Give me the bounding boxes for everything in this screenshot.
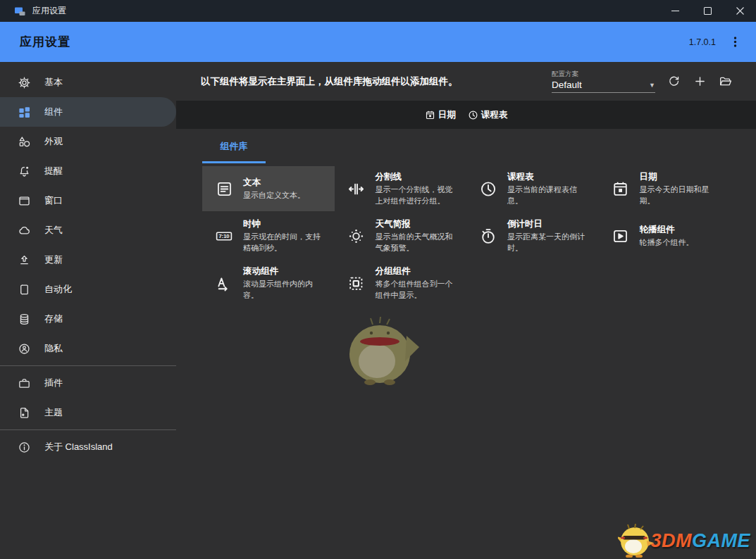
sidebar-divider [0,365,176,366]
cloud-icon [18,224,31,237]
privacy-icon [18,342,31,356]
components-description: 以下组件将显示在主界面上，从组件库拖动组件以添加组件。 [201,75,458,88]
sidebar-item-storage[interactable]: 存储 [0,304,176,334]
component-cards-grid: 文本显示自定义文本。 分割线显示一个分割线，视觉上对组件进行分组。 课程表显示当… [202,166,731,306]
card-title: 文本 [243,177,328,189]
gear-icon [18,76,31,89]
sidebar-item-appearance[interactable]: 外观 [0,127,176,156]
card-title: 倒计时日 [507,218,592,230]
watermark-text-3dm: 3DM [650,530,692,552]
card-title: 分割线 [376,171,460,183]
profile-select-label: 配置方案 [552,70,655,79]
divider-icon [347,180,366,198]
marquee-icon [215,275,233,292]
chip-label: 日期 [438,109,456,121]
group-icon [347,275,366,292]
components-toolbar: 以下组件将显示在主界面上，从组件库拖动组件以添加组件。 配置方案 Default… [176,62,756,101]
calendar-icon [425,110,435,120]
card-title: 天气简报 [376,218,460,230]
current-component-date[interactable]: 日期 [425,109,456,121]
mascot-watermark [340,316,421,385]
sidebar-item-components[interactable]: 组件 [0,97,176,127]
info-icon [18,441,31,454]
sidebar-item-label: 隐私 [44,342,63,355]
sidebar-item-label: 天气 [44,224,63,237]
page-header: 应用设置 1.7.0.1 [0,22,756,62]
sidebar-item-label: 插件 [44,377,63,389]
sidebar-item-themes[interactable]: 主题 [0,398,176,427]
card-description: 显示自定义文本。 [243,190,328,201]
add-button[interactable] [690,73,709,91]
overflow-menu-icon[interactable] [730,36,740,48]
sidebar-item-label: 提醒 [44,165,63,177]
open-folder-button[interactable] [717,73,735,91]
card-description: 将多个组件组合到一个组件中显示。 [376,279,460,301]
sidebar-item-label: 外观 [44,135,63,148]
component-card-countdown[interactable]: 倒计时日显示距离某一天的倒计时。 [466,213,599,258]
component-card-weather[interactable]: 天气简报显示当前的天气概况和气象预警。 [335,213,467,258]
window-title: 应用设置 [32,5,66,17]
sidebar-item-about[interactable]: 关于 ClassIsland [0,432,176,462]
close-button[interactable] [724,0,756,22]
sidebar-item-update[interactable]: 更新 [0,245,176,275]
carousel-icon [612,227,630,245]
card-description: 显示当前的天气概况和气象预警。 [376,232,460,253]
tab-component-library[interactable]: 组件库 [202,140,266,163]
refresh-button[interactable] [664,73,683,91]
appearance-icon [18,135,31,149]
card-title: 时钟 [243,218,328,230]
profile-select[interactable]: 配置方案 Default ▼ [552,70,655,93]
sidebar-divider [0,429,176,430]
component-card-divider[interactable]: 分割线显示一个分割线，视觉上对组件进行分组。 [335,166,467,211]
watermark-text-game: GAME [692,530,750,552]
text-icon [215,180,233,198]
card-description: 显示距离某一天的倒计时。 [507,232,592,253]
sidebar-item-window[interactable]: 窗口 [0,186,176,215]
profile-select-value: Default [552,80,649,90]
component-card-group[interactable]: 分组组件将多个组件组合到一个组件中显示。 [335,260,467,306]
sidebar: 基本 组件 外观 提醒 窗口 天气 [0,62,176,559]
chevron-down-icon: ▼ [649,82,655,89]
sidebar-item-weather[interactable]: 天气 [0,215,176,245]
weather-icon [347,227,366,245]
component-card-text[interactable]: 文本显示自定义文本。 [202,166,335,211]
card-title: 轮播组件 [640,224,724,236]
component-card-carousel[interactable]: 轮播组件轮播多个组件。 [599,213,731,258]
component-card-marquee[interactable]: 滚动组件滚动显示组件内的内容。 [202,260,335,306]
sidebar-item-label: 存储 [44,313,63,325]
components-icon [18,106,31,119]
sidebar-item-basic[interactable]: 基本 [0,68,176,97]
sidebar-item-automation[interactable]: 自动化 [0,275,176,304]
sidebar-item-label: 基本 [44,76,63,89]
svg-text:7:10: 7:10 [218,233,229,239]
page-title: 应用设置 [20,34,70,50]
app-window: 应用设置 应用设置 1.7.0.1 基本 [0,0,756,559]
card-description: 显示今天的日期和星期。 [640,184,724,206]
sidebar-item-label: 自动化 [44,283,72,296]
sidebar-item-plugins[interactable]: 插件 [0,368,176,398]
maximize-button[interactable] [691,0,724,22]
sidebar-item-label: 关于 ClassIsland [44,441,113,453]
card-description: 显示当前的课程表信息。 [507,184,592,206]
automation-icon [18,283,31,296]
component-card-schedule[interactable]: 课程表显示当前的课程表信息。 [466,166,599,211]
sidebar-item-notifications[interactable]: 提醒 [0,156,176,186]
component-card-clock[interactable]: 7:10 时钟显示现在的时间，支持精确到秒。 [202,213,335,258]
sidebar-item-privacy[interactable]: 隐私 [0,334,176,363]
mascot-chick-icon [618,524,655,558]
chip-label: 课程表 [481,109,508,121]
themes-icon [18,406,31,420]
date-icon [612,180,630,198]
card-title: 分组组件 [376,265,460,277]
component-card-date[interactable]: 日期显示今天的日期和星期。 [599,166,731,211]
current-components-strip: 日期 课程表 [176,101,756,129]
card-description: 显示现在的时间，支持精确到秒。 [243,232,328,253]
card-title: 滚动组件 [243,265,328,277]
clock-icon [468,110,478,120]
card-description: 轮播多个组件。 [640,237,724,248]
card-title: 课程表 [507,171,592,183]
bell-icon [18,165,31,178]
sidebar-item-label: 更新 [44,253,63,266]
minimize-button[interactable] [659,0,691,22]
current-component-schedule[interactable]: 课程表 [468,109,508,121]
